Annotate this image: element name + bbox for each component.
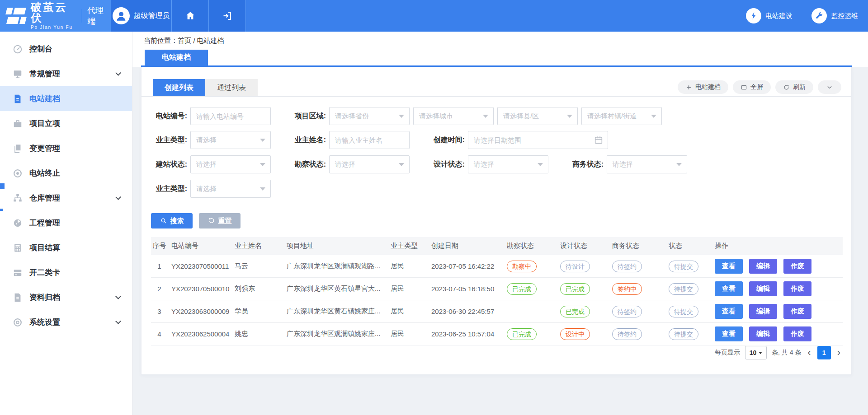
tab-create-list[interactable]: 创建列表 — [153, 79, 205, 96]
gauge-icon — [13, 218, 23, 228]
search-button[interactable]: 搜索 — [151, 213, 193, 228]
breadcrumb: 当前位置： 首页 / 电站建档 — [132, 32, 868, 50]
table-row: 2 YX2023070500010 刘强东 广东深圳龙华区黄石镇星官大... 居… — [151, 278, 843, 300]
status-badge: 已完成 — [507, 328, 537, 340]
status-badge: 待设计 — [560, 261, 590, 272]
status-badge: 已完成 — [560, 306, 590, 317]
header-quick-nav: 电站建设 监控运维 — [746, 0, 868, 32]
edit-button[interactable]: 编辑 — [749, 281, 777, 296]
per-page-select[interactable]: 10 — [745, 346, 767, 359]
sidebar-item-warehouse-mgmt[interactable]: 仓库管理 — [0, 186, 132, 210]
city-select[interactable]: 请选择城市 — [413, 107, 494, 125]
card-icon — [13, 268, 23, 278]
bolt-icon — [746, 8, 761, 23]
logo: 破茧云伏 Po Jian Yun Fu 代理端 — [0, 0, 111, 32]
build-status-select[interactable]: 请选择 — [190, 155, 271, 173]
table-row: 1 YX2023070500011 马云 广东深圳龙华区观澜镇观湖路... 居民… — [151, 255, 843, 278]
chevron-down-icon — [260, 163, 265, 166]
owner-name-input[interactable] — [329, 131, 410, 149]
owner-type2-label: 业主类型: — [151, 184, 187, 194]
sidebar-item-change-mgmt[interactable]: 变更管理 — [0, 136, 132, 161]
home-icon — [185, 10, 196, 21]
sidebar-item-system-settings[interactable]: 系统设置 — [0, 310, 132, 335]
refresh-button[interactable]: 刷新 — [775, 80, 813, 94]
void-button[interactable]: 作废 — [783, 326, 811, 341]
status-badge: 待提交 — [669, 283, 698, 295]
archive-icon — [13, 293, 23, 303]
void-button[interactable]: 作废 — [783, 304, 811, 319]
survey-status-select[interactable]: 请选择 — [329, 155, 410, 173]
view-button[interactable]: 查看 — [715, 304, 743, 319]
nav-monitor-ops-label: 监控运维 — [831, 12, 858, 20]
user-name: 超级管理员 — [134, 11, 170, 21]
view-button[interactable]: 查看 — [715, 326, 743, 341]
date-range-input[interactable] — [468, 131, 608, 149]
business-status-select[interactable]: 请选择 — [607, 155, 687, 173]
sidebar-item-class2-card[interactable]: 开二类卡 — [0, 260, 132, 285]
user-menu[interactable]: 超级管理员 — [111, 0, 172, 32]
fullscreen-button[interactable]: 全屏 — [733, 80, 771, 94]
region-label: 项目区域: — [290, 112, 326, 121]
edit-button[interactable]: 编辑 — [749, 326, 777, 341]
chevron-down-icon — [676, 163, 682, 166]
view-button[interactable]: 查看 — [715, 259, 743, 274]
page-number-button[interactable]: 1 — [817, 346, 831, 359]
sidebar-scroll-indicator — [0, 209, 3, 211]
brand-subtitle: Po Jian Yun Fu — [31, 25, 77, 30]
sidebar-item-data-archive[interactable]: 资料归档 — [0, 285, 132, 310]
status-badge: 设计中 — [560, 328, 590, 340]
page-tab-station-archive[interactable]: 电站建档 — [145, 50, 208, 65]
owner-name-label: 业主姓名: — [290, 135, 326, 145]
chevron-down-icon — [651, 115, 656, 118]
owner-type2-select[interactable]: 请选择 — [190, 180, 271, 198]
sidebar-item-general-mgmt[interactable]: 常规管理 — [0, 61, 132, 86]
build-status-label: 建站状态: — [151, 160, 187, 169]
edit-button[interactable]: 编辑 — [749, 304, 777, 319]
table-header: 序号 电站编号 业主姓名 项目地址 业主类型 创建日期 勘察状态 设计状态 商务… — [151, 237, 843, 255]
home-button[interactable] — [172, 0, 209, 32]
sidebar-item-station-archive[interactable]: 电站建档 — [0, 86, 132, 111]
add-station-button[interactable]: 电站建档 — [678, 80, 728, 94]
view-button[interactable]: 查看 — [715, 281, 743, 296]
owner-type-label: 业主类型: — [151, 135, 187, 145]
reset-button[interactable]: 重置 — [199, 213, 241, 228]
sidebar-item-station-terminate[interactable]: 电站终止 — [0, 161, 132, 186]
tab-passed-list[interactable]: 通过列表 — [205, 79, 258, 96]
briefcase-icon — [13, 119, 23, 129]
logout-button[interactable] — [209, 0, 246, 32]
sidebar-item-console[interactable]: 控制台 — [0, 37, 132, 61]
void-button[interactable]: 作废 — [783, 281, 811, 296]
breadcrumb-home-link[interactable]: 首页 — [178, 37, 191, 45]
collapse-button[interactable] — [818, 80, 841, 94]
nav-station-build-label: 电站建设 — [765, 12, 793, 20]
fullscreen-icon — [741, 84, 747, 91]
nav-station-build[interactable]: 电站建设 — [746, 8, 793, 23]
sidebar-item-engineering-mgmt[interactable]: 工程管理 — [0, 210, 132, 235]
village-select[interactable]: 请选择村镇/街道 — [581, 107, 662, 125]
user-avatar-icon — [113, 7, 130, 24]
status-badge: 已完成 — [507, 283, 537, 295]
per-page-label: 每页显示 — [715, 349, 740, 357]
void-button[interactable]: 作废 — [783, 259, 811, 274]
county-select[interactable]: 请选择县/区 — [497, 107, 578, 125]
chevron-down-icon — [826, 84, 833, 90]
table-row: 4 YX2023062500004 姚忠 广东深圳龙华区观澜镇姚家庄... 居民… — [151, 323, 843, 345]
sidebar-item-project-settlement[interactable]: 项目结算 — [0, 235, 132, 260]
chevron-down-icon — [115, 194, 121, 200]
edit-button[interactable]: 编辑 — [749, 259, 777, 274]
owner-type-select[interactable]: 请选择 — [190, 131, 271, 149]
copy-icon — [13, 144, 23, 154]
design-status-label: 设计状态: — [429, 160, 465, 169]
sidebar-item-project-initiation[interactable]: 项目立项 — [0, 111, 132, 136]
province-select[interactable]: 请选择省份 — [329, 107, 410, 125]
prev-page-button[interactable]: ‹ — [806, 348, 812, 358]
next-page-button[interactable]: › — [836, 348, 842, 358]
chevron-down-icon — [567, 115, 572, 118]
chevron-down-icon — [115, 294, 121, 299]
nav-monitor-ops[interactable]: 监控运维 — [811, 8, 858, 23]
design-status-select[interactable]: 请选择 — [468, 155, 548, 173]
monitor-icon — [13, 69, 23, 79]
station-code-input[interactable] — [190, 107, 271, 125]
tabs-divider — [142, 96, 851, 97]
brand-title: 破茧云伏 — [31, 2, 77, 23]
